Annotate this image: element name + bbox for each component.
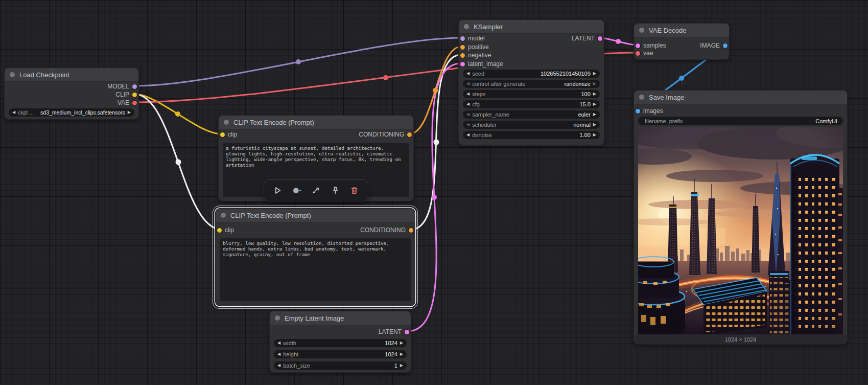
next-option-arrow-icon[interactable]: ▶ xyxy=(593,110,596,119)
input-label-samples: samples xyxy=(643,42,666,49)
collapse-dot-icon[interactable] xyxy=(639,28,644,33)
node-load-checkpoint-titlebar[interactable]: Load Checkpoint xyxy=(5,68,138,82)
node-clip-text-encode-negative[interactable]: CLIP Text Encode (Prompt) clip CONDITION… xyxy=(215,208,415,306)
widget-ckpt-name[interactable]: ◀ ckpt ... sd3_medium_incl_clips.safeten… xyxy=(9,108,134,117)
input-port-clip[interactable] xyxy=(220,132,225,137)
collapse-dot-icon[interactable] xyxy=(224,120,229,125)
output-port-latent[interactable] xyxy=(405,330,409,334)
decrement-arrow-icon[interactable]: ◀ xyxy=(466,100,470,108)
decrement-arrow-icon[interactable]: ◀ xyxy=(466,70,470,78)
input-port-vae[interactable] xyxy=(636,51,640,56)
link-dot-image[interactable] xyxy=(679,76,684,81)
widget-value: normal xyxy=(573,121,591,129)
color-picker-icon[interactable] xyxy=(291,185,302,196)
decrement-arrow-icon[interactable]: ◀ xyxy=(466,90,470,98)
input-port-samples[interactable] xyxy=(636,43,640,48)
collapse-dot-icon[interactable] xyxy=(275,315,280,321)
decrement-arrow-icon[interactable]: ◀ xyxy=(466,131,470,139)
widget-value: sd3_medium_incl_clips.safetensors xyxy=(40,108,125,117)
link-dot-model[interactable] xyxy=(296,59,301,64)
widget-label: steps xyxy=(472,90,485,98)
collapse-dot-icon[interactable] xyxy=(221,213,226,218)
increment-arrow-icon[interactable]: ▶ xyxy=(593,90,596,98)
increment-arrow-icon[interactable]: ▶ xyxy=(128,108,131,117)
node-vae-decode-titlebar[interactable]: VAE Decode xyxy=(634,24,729,37)
node-ksampler[interactable]: KSampler model positive negative latent_… xyxy=(458,19,604,146)
input-port-negative[interactable] xyxy=(460,53,465,58)
widget-control-after-generate[interactable]: ◀ control after generate randomize ▶ xyxy=(463,80,600,88)
widget-filename-prefix[interactable]: filename_prefix ComfyUI xyxy=(638,117,843,125)
node-empty-latent-image[interactable]: Empty Latent Image LATENT ◀ width 1024 ▶… xyxy=(269,311,411,373)
prompt-textarea-negative[interactable]: blurry, low quality, low resolution, dis… xyxy=(220,238,411,301)
decrement-arrow-icon[interactable]: ◀ xyxy=(277,339,280,347)
increment-arrow-icon[interactable]: ▶ xyxy=(593,100,596,108)
link-dot-conditioning-negative[interactable] xyxy=(434,140,439,145)
output-port-model[interactable] xyxy=(132,84,137,89)
widget-seed[interactable]: ◀ seed 1026552101450109 ▶ xyxy=(463,70,600,78)
widget-batch-size[interactable]: ◀ batch_size 1 ▶ xyxy=(274,361,407,370)
node-save-image-titlebar[interactable]: Save Image xyxy=(634,90,847,104)
widget-label: sampler_name xyxy=(472,110,509,119)
widget-scheduler[interactable]: ◀ scheduler normal ▶ xyxy=(463,121,600,129)
collapse-dot-icon[interactable] xyxy=(639,95,644,100)
link-dot-clip-positive[interactable] xyxy=(175,111,180,117)
play-icon[interactable] xyxy=(272,185,284,196)
increment-arrow-icon[interactable]: ▶ xyxy=(400,361,403,370)
input-port-model[interactable] xyxy=(460,36,465,41)
bypass-icon[interactable] xyxy=(311,185,322,196)
widget-steps[interactable]: ◀ steps 100 ▶ xyxy=(463,90,600,98)
input-port-positive[interactable] xyxy=(460,45,465,50)
decrement-arrow-icon[interactable]: ◀ xyxy=(277,350,280,358)
collapse-dot-icon[interactable] xyxy=(464,24,469,29)
input-port-clip[interactable] xyxy=(217,228,222,233)
widget-height[interactable]: ◀ height 1024 ▶ xyxy=(274,350,407,358)
input-port-images[interactable] xyxy=(636,109,640,114)
next-option-arrow-icon[interactable]: ▶ xyxy=(593,80,596,88)
delete-icon[interactable] xyxy=(349,185,360,196)
output-label-vae: VAE xyxy=(118,99,129,106)
output-port-latent[interactable] xyxy=(598,36,602,41)
node-load-checkpoint[interactable]: Load Checkpoint MODEL CLIP VAE ◀ ckpt ..… xyxy=(4,67,139,120)
cityscape-image xyxy=(638,127,843,334)
node-clip-negative-titlebar[interactable]: CLIP Text Encode (Prompt) xyxy=(216,209,415,222)
increment-arrow-icon[interactable]: ▶ xyxy=(400,350,403,358)
next-option-arrow-icon[interactable]: ▶ xyxy=(593,121,596,129)
prev-option-arrow-icon[interactable]: ◀ xyxy=(466,110,470,119)
node-title: Load Checkpoint xyxy=(19,71,69,79)
increment-arrow-icon[interactable]: ▶ xyxy=(593,70,596,78)
node-empty-latent-titlebar[interactable]: Empty Latent Image xyxy=(270,311,411,325)
widget-value: euler xyxy=(578,110,590,119)
widget-sampler-name[interactable]: ◀ sampler_name euler ▶ xyxy=(463,110,600,119)
widget-width[interactable]: ◀ width 1024 ▶ xyxy=(274,339,407,347)
increment-arrow-icon[interactable]: ▶ xyxy=(400,339,403,347)
link-dot-latent-input[interactable] xyxy=(432,195,437,200)
widget-label: control after generate xyxy=(472,80,526,88)
output-port-clip[interactable] xyxy=(132,93,137,97)
node-ksampler-titlebar[interactable]: KSampler xyxy=(459,20,604,34)
input-label-vae: vae xyxy=(643,50,653,57)
link-dot-conditioning-positive[interactable] xyxy=(433,88,438,93)
link-dot-latent-out[interactable] xyxy=(616,39,621,44)
link-dot-vae[interactable] xyxy=(383,75,388,80)
prev-option-arrow-icon[interactable]: ◀ xyxy=(466,80,470,88)
node-vae-decode[interactable]: VAE Decode samples vae IMAGE xyxy=(634,23,730,60)
input-port-latent-image[interactable] xyxy=(460,62,465,66)
output-port-conditioning[interactable] xyxy=(407,132,412,137)
node-clip-positive-titlebar[interactable]: CLIP Text Encode (Prompt) xyxy=(219,116,413,129)
node-save-image[interactable]: Save Image images filename_prefix ComfyU… xyxy=(634,90,848,345)
collapse-dot-icon[interactable] xyxy=(10,72,15,77)
pin-icon[interactable] xyxy=(330,185,341,196)
output-port-image[interactable] xyxy=(723,43,728,48)
output-port-vae[interactable] xyxy=(132,101,137,105)
widget-cfg[interactable]: ◀ cfg 15.0 ▶ xyxy=(463,100,600,108)
output-port-conditioning[interactable] xyxy=(409,228,413,233)
widget-value: 15.0 xyxy=(579,100,590,108)
node-editor-canvas[interactable]: Load Checkpoint MODEL CLIP VAE ◀ ckpt ..… xyxy=(0,0,868,385)
prev-option-arrow-icon[interactable]: ◀ xyxy=(466,121,470,129)
decrement-arrow-icon[interactable]: ◀ xyxy=(12,108,15,117)
increment-arrow-icon[interactable]: ▶ xyxy=(593,131,596,139)
widget-denoise[interactable]: ◀ denoise 1.00 ▶ xyxy=(463,131,600,139)
link-dot-clip-negative[interactable] xyxy=(176,160,181,165)
input-label-model: model xyxy=(468,35,485,42)
decrement-arrow-icon[interactable]: ◀ xyxy=(277,361,280,370)
